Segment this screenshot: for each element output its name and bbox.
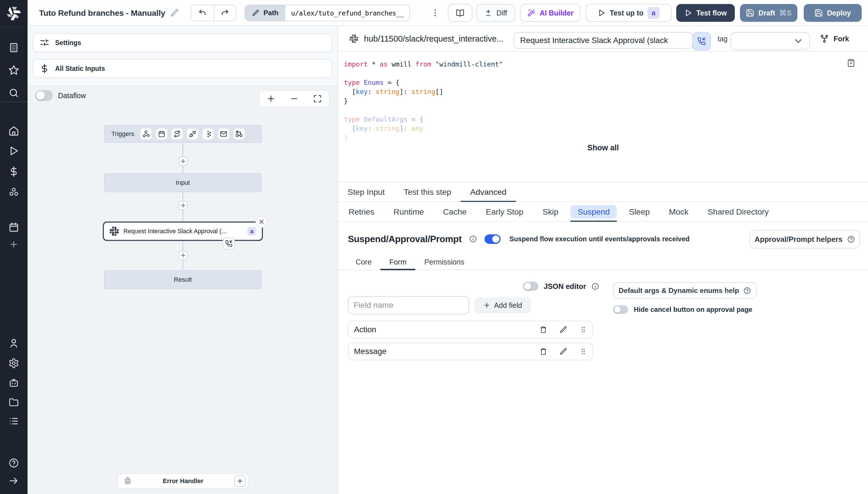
all-static-inputs-row[interactable]: All Static Inputs (33, 59, 332, 78)
redo-button[interactable] (214, 5, 236, 21)
error-handler-node[interactable]: Error Handler (117, 473, 248, 489)
suspend-toggle[interactable] (484, 234, 501, 244)
triggers-node[interactable]: Triggers (104, 125, 262, 143)
favorites-star-icon[interactable] (8, 64, 19, 75)
delete-field-icon[interactable] (539, 326, 547, 334)
add-error-handler-icon[interactable] (234, 475, 246, 487)
schedule-trigger-icon[interactable] (155, 128, 168, 140)
subtab-label: Early Stop (479, 205, 531, 218)
draft-button[interactable]: Draft⌘S (740, 4, 797, 22)
subtab-mock[interactable]: Mock (659, 202, 698, 222)
add-step-button[interactable] (179, 201, 188, 210)
remove-step-icon[interactable] (256, 216, 267, 228)
input-node[interactable]: Input (104, 173, 262, 192)
edit-title-icon[interactable] (170, 8, 179, 18)
approval-prompt-helpers-button[interactable]: Approval/Prompt helpers (750, 230, 860, 248)
label: Add field (494, 301, 522, 309)
diff-button[interactable]: Diff (477, 4, 515, 22)
dataflow-toggle[interactable] (35, 90, 53, 101)
subtab-early-stop[interactable]: Early Stop (476, 202, 533, 222)
fit-view-icon[interactable] (309, 91, 326, 107)
field-row-action[interactable]: Action (348, 321, 593, 339)
undo-button[interactable] (191, 5, 214, 21)
copy-code-icon[interactable] (847, 58, 855, 67)
add-step-button[interactable] (179, 251, 188, 260)
drag-handle-icon[interactable] (579, 348, 587, 355)
hub-script-path[interactable]: hub/11500/slack/request_interactive... (364, 26, 503, 52)
default-args-help-button[interactable]: Default args & Dynamic enums help (613, 282, 757, 299)
subtab-shared-directory[interactable]: Shared Directory (698, 202, 778, 222)
email-trigger-icon[interactable] (218, 128, 229, 140)
zoom-out-icon[interactable] (285, 91, 303, 107)
search-icon[interactable] (8, 88, 19, 98)
settings-row[interactable]: Settings (33, 33, 332, 52)
subtab-suspend[interactable]: Suspend (568, 202, 620, 222)
workspace-icon[interactable] (8, 42, 19, 53)
subtab-skip[interactable]: Skip (533, 202, 568, 222)
code-editor[interactable]: import * as wmill from "windmill-client"… (338, 52, 868, 183)
help-icon[interactable] (8, 458, 19, 469)
result-node[interactable]: Result (104, 270, 262, 289)
webhook-trigger-icon[interactable] (140, 128, 152, 140)
windmill-logo[interactable] (0, 0, 27, 27)
tab-form[interactable]: Form (380, 254, 415, 270)
docs-button[interactable] (448, 4, 473, 22)
label: Default args & Dynamic enums help (618, 287, 739, 294)
suspend-indicator-button[interactable] (692, 32, 711, 51)
tab-test-this-step[interactable]: Test this step (394, 183, 461, 202)
path-label[interactable]: Path (245, 5, 285, 21)
edit-field-icon[interactable] (559, 326, 568, 334)
label: Test up to (610, 9, 644, 17)
zoom-in-icon[interactable] (262, 91, 280, 107)
add-step-button[interactable] (179, 157, 188, 166)
workers-icon[interactable] (8, 377, 19, 388)
settings-gear-icon[interactable] (8, 358, 19, 369)
ai-builder-button[interactable]: AI Builder (520, 4, 580, 22)
tab-step-input[interactable]: Step Input (338, 183, 394, 202)
test-up-to-button[interactable]: Test up toa (586, 4, 672, 22)
scheduled-poll-trigger-icon[interactable] (233, 128, 245, 140)
fork-button[interactable]: Fork (820, 26, 849, 52)
suspend-phone-icon[interactable] (223, 238, 235, 250)
apps-list-icon[interactable] (8, 416, 19, 426)
resources-icon[interactable] (8, 187, 19, 198)
tab-core[interactable]: Core (347, 254, 380, 270)
delete-field-icon[interactable] (539, 347, 547, 356)
suspend-info-icon[interactable] (469, 235, 477, 243)
tab-permissions[interactable]: Permissions (415, 254, 473, 270)
expand-rail-icon[interactable] (8, 475, 19, 486)
http-route-trigger-icon[interactable] (171, 128, 183, 140)
add-field-button[interactable]: Add field (474, 297, 531, 313)
subtab-retries[interactable]: Retries (339, 202, 384, 222)
more-options-kebab-icon[interactable] (430, 5, 440, 21)
step-summary-input[interactable] (514, 32, 693, 49)
label: Draft (758, 9, 775, 17)
user-icon[interactable] (8, 338, 19, 348)
json-editor-toggle[interactable] (523, 282, 538, 291)
folders-icon[interactable] (8, 397, 19, 407)
deploy-button[interactable]: Deploy (804, 4, 862, 22)
json-editor-info-icon[interactable] (591, 282, 599, 290)
test-flow-button[interactable]: Test flow (676, 4, 735, 22)
edit-field-icon[interactable] (559, 347, 568, 356)
schedules-icon[interactable] (8, 222, 19, 233)
hide-cancel-toggle[interactable] (613, 305, 628, 314)
subtab-sleep[interactable]: Sleep (620, 202, 659, 222)
path-value[interactable]: u/alex/tuto_refund_branches__ (285, 5, 410, 21)
code-content[interactable]: import * as wmill from "windmill-client"… (344, 60, 503, 142)
kafka-trigger-icon[interactable] (202, 128, 214, 140)
tab-advanced[interactable]: Advanced (461, 183, 516, 202)
field-name-input[interactable] (348, 296, 469, 315)
subtab-cache[interactable]: Cache (433, 202, 476, 222)
websocket-trigger-icon[interactable] (187, 128, 199, 140)
field-row-message[interactable]: Message (348, 343, 593, 360)
tag-select[interactable] (730, 32, 810, 50)
show-all-button[interactable]: Show all (338, 144, 868, 152)
home-icon[interactable] (8, 125, 19, 136)
drag-handle-icon[interactable] (579, 326, 587, 334)
subtab-runtime[interactable]: Runtime (384, 202, 434, 222)
runs-icon[interactable] (8, 146, 19, 156)
slack-approval-step-node[interactable]: Request Interactive Slack Approval (... … (103, 222, 263, 241)
add-menu-icon[interactable] (9, 240, 19, 249)
variables-icon[interactable] (8, 166, 19, 177)
